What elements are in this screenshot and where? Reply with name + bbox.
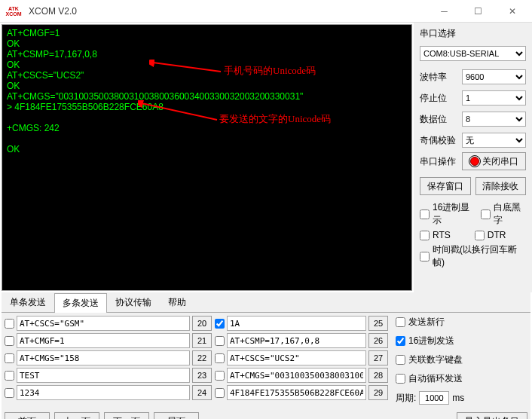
port-select[interactable]: COM8:USB-SERIAL <box>420 46 526 61</box>
send-row-button[interactable]: 27 <box>368 350 388 365</box>
send-row-button[interactable]: 25 <box>368 316 388 331</box>
annotation-2: 要发送的文字的Unicode码 <box>219 112 331 126</box>
send-row-input[interactable] <box>227 385 366 400</box>
send-row: 27 <box>215 350 388 365</box>
stop-label: 停止位 <box>420 92 462 105</box>
send-row-button[interactable]: 26 <box>368 333 388 348</box>
send-tabs: 单条发送 多条发送 协议传输 帮助 <box>2 292 530 313</box>
rts-checkbox[interactable] <box>420 231 430 240</box>
send-row: 24 <box>5 385 212 400</box>
send-row-input[interactable] <box>227 368 366 383</box>
send-row-input[interactable] <box>17 368 190 383</box>
multi-send-panel: 2021222324 2526272829 发送新行 16进制发送 关联数字键盘… <box>2 313 530 419</box>
tab-multi[interactable]: 多条发送 <box>54 293 107 313</box>
send-row-button[interactable]: 21 <box>192 333 212 348</box>
side-panel: 串口选择 COM8:USB-SERIAL 波特率9600 停止位1 数据位8 奇… <box>414 23 532 292</box>
stop-select[interactable]: 1 <box>462 90 526 106</box>
op-label: 串口操作 <box>420 155 462 168</box>
tab-help[interactable]: 帮助 <box>160 292 194 312</box>
send-row: 26 <box>215 333 388 348</box>
send-row: 20 <box>5 316 212 331</box>
parity-select[interactable]: 无 <box>462 133 526 148</box>
window-title: XCOM V2.0 <box>29 6 427 17</box>
clear-rx-button[interactable]: 清除接收 <box>475 177 527 195</box>
send-row-input[interactable] <box>17 333 190 348</box>
annotation-arrow-1 <box>149 60 225 75</box>
send-row: 22 <box>5 350 212 365</box>
close-button[interactable]: ✕ <box>495 0 529 23</box>
save-window-button[interactable]: 保存窗口 <box>420 177 471 195</box>
minimize-button[interactable]: ─ <box>427 0 461 23</box>
send-row-checkbox[interactable] <box>215 388 225 398</box>
nav-next-button[interactable]: 下一页 <box>104 412 149 419</box>
send-row-checkbox[interactable] <box>5 336 14 346</box>
tab-single[interactable]: 单条发送 <box>2 292 54 312</box>
svg-line-1 <box>142 103 217 120</box>
send-row-input[interactable] <box>227 350 366 365</box>
annotation-1: 手机号码的Unicode码 <box>224 64 316 78</box>
hex-display-checkbox[interactable] <box>420 210 430 219</box>
send-row-input[interactable] <box>227 316 366 331</box>
data-label: 数据位 <box>420 113 462 126</box>
timestamp-checkbox[interactable] <box>420 252 430 261</box>
period-input[interactable] <box>419 391 449 405</box>
terminal-line: OK <box>7 38 407 49</box>
send-row-input[interactable] <box>17 385 190 400</box>
send-row: 21 <box>5 333 212 348</box>
baud-select[interactable]: 9600 <box>462 69 526 84</box>
maximize-button[interactable]: ☐ <box>461 0 495 23</box>
annotation-arrow-2 <box>138 100 221 123</box>
data-select[interactable]: 8 <box>462 112 526 127</box>
nav-prev-button[interactable]: 上一页 <box>54 412 99 419</box>
send-row-input[interactable] <box>17 316 190 331</box>
send-row-checkbox[interactable] <box>215 371 225 381</box>
port-section-title: 串口选择 <box>420 27 526 40</box>
send-row-checkbox[interactable] <box>5 353 14 363</box>
send-row-checkbox[interactable] <box>5 371 14 381</box>
parity-label: 奇偶校验 <box>420 134 462 147</box>
hex-send-checkbox[interactable] <box>396 336 405 346</box>
numpad-checkbox[interactable] <box>396 355 405 365</box>
toggle-port-button[interactable]: 关闭串口 <box>462 152 526 170</box>
send-row-button[interactable]: 20 <box>192 316 212 331</box>
terminal-line: OK <box>7 81 407 91</box>
terminal-line <box>7 133 407 144</box>
terminal-line: AT+CSMP=17,167,0,8 <box>7 49 407 60</box>
terminal-line: +CMGS: 242 <box>7 123 407 133</box>
send-row-checkbox[interactable] <box>215 336 225 346</box>
send-row: 23 <box>5 368 212 383</box>
record-icon <box>470 157 479 166</box>
tab-protocol[interactable]: 协议传输 <box>107 292 160 312</box>
dtr-checkbox[interactable] <box>475 231 485 240</box>
terminal-line: AT+CMGF=1 <box>7 28 407 38</box>
send-row-button[interactable]: 28 <box>368 368 388 383</box>
import-export-button[interactable]: 导入导出条目 <box>457 412 527 419</box>
loop-checkbox[interactable] <box>396 374 405 384</box>
nav-first-button[interactable]: 首页 <box>5 412 50 419</box>
terminal-output[interactable]: AT+CMGF=1OKAT+CSMP=17,167,0,8OKAT+CSCS="… <box>2 24 412 291</box>
svg-line-0 <box>153 63 221 72</box>
send-row-button[interactable]: 23 <box>192 368 212 383</box>
titlebar: ATKXCOM XCOM V2.0 ─ ☐ ✕ <box>0 0 532 23</box>
send-row-input[interactable] <box>17 350 190 365</box>
send-row: 29 <box>215 385 388 400</box>
app-logo: ATKXCOM <box>3 4 24 19</box>
nav-last-button[interactable]: 尾页 <box>154 412 199 419</box>
send-row: 25 <box>215 316 388 331</box>
send-row-checkbox[interactable] <box>215 319 225 329</box>
terminal-line: OK <box>7 144 407 154</box>
send-row-button[interactable]: 22 <box>192 350 212 365</box>
send-row-input[interactable] <box>227 333 366 348</box>
send-row-checkbox[interactable] <box>5 388 14 398</box>
send-row-button[interactable]: 24 <box>192 385 212 400</box>
newline-checkbox[interactable] <box>396 317 405 327</box>
baud-label: 波特率 <box>420 71 462 84</box>
send-row-checkbox[interactable] <box>215 353 225 363</box>
send-row-checkbox[interactable] <box>5 319 14 329</box>
white-bg-checkbox[interactable] <box>481 210 491 219</box>
send-row-button[interactable]: 29 <box>368 385 388 400</box>
send-row: 28 <box>215 368 388 383</box>
